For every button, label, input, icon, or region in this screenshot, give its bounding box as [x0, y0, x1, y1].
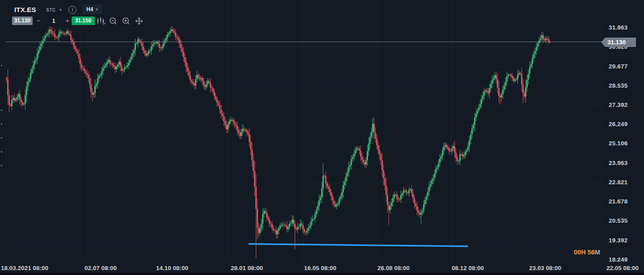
price-tick-label: 26.249: [609, 121, 628, 127]
time-tick-label: 22.05 08:00: [606, 265, 639, 271]
time-tick-label: 16.05 08:00: [304, 265, 336, 271]
time-tick-label: 14.10 08:00: [156, 265, 188, 271]
quantity-plus-button[interactable]: +: [64, 17, 71, 25]
price-tick-label: 22.821: [609, 179, 628, 186]
timeframe-label: H4: [86, 6, 93, 13]
support-trendline[interactable]: [249, 244, 467, 246]
left-edge-dot: [1, 137, 2, 139]
timer-suffix: M: [595, 249, 600, 256]
candles-layer: [6, 26, 551, 258]
price-tick-label: 18.249: [609, 256, 628, 263]
info-icon[interactable]: i: [68, 6, 76, 14]
grid-layer: [6, 0, 605, 263]
price-tick-label: 25.106: [609, 140, 628, 147]
price-tick-label: 29.677: [609, 63, 628, 70]
left-edge-dot: [1, 65, 2, 66]
quantity-input[interactable]: 1: [45, 17, 63, 25]
indicators-caret-down-icon[interactable]: ▾: [104, 22, 106, 25]
price-tick-label: 31.963: [609, 24, 628, 31]
trading-chart-window: ITX.ES STC ▾ i H4 ▾ 31.130 − 1 + 31.150 …: [0, 0, 644, 275]
time-tick-label: 23.03 08:00: [529, 265, 561, 271]
price-tick-label: 21.678: [609, 198, 628, 205]
left-edge-dot: [1, 123, 2, 125]
left-edge-dot: [1, 110, 2, 111]
pan-icon[interactable]: [134, 16, 144, 26]
zoom-in-icon[interactable]: [121, 16, 131, 26]
timeframe-selector[interactable]: H4 ▾: [82, 4, 102, 14]
current-price-tag: 31.130: [601, 38, 636, 47]
price-tick-label: 27.392: [609, 102, 628, 108]
timer-value: 00H 56: [574, 249, 595, 256]
timeframe-caret-down-icon: ▾: [96, 8, 98, 12]
price-tick-label: 20.535: [609, 217, 628, 224]
instrument-symbol[interactable]: ITX.ES: [14, 6, 36, 13]
instrument-caret-down-icon[interactable]: ▾: [59, 8, 62, 12]
time-tick-label: 28.01 08:00: [231, 265, 263, 271]
price-tick-label: 28.535: [609, 82, 628, 89]
price-tick-label: 23.963: [609, 160, 628, 166]
price-tick-label: 19.392: [609, 237, 628, 244]
time-tick-label: 02.07 08:00: [85, 265, 117, 271]
candle-countdown-timer: 00H 56M: [574, 249, 600, 256]
left-edge-dot: [1, 165, 2, 166]
left-edge-dot: [1, 151, 2, 152]
zoom-out-icon[interactable]: [108, 16, 118, 26]
market-code-label[interactable]: STC: [46, 8, 56, 13]
candlestick-chart[interactable]: [0, 0, 644, 275]
current-price-value: 31.130: [607, 39, 626, 46]
buy-price-button[interactable]: 31.150: [72, 17, 95, 25]
time-tick-label: 18.03.2021 08:00: [1, 265, 48, 271]
time-axis[interactable]: 18.03.2021 08:0002.07 08:0014.10 08:0028…: [0, 263, 644, 273]
time-tick-label: 26.08 08:00: [377, 265, 410, 271]
sell-price-button[interactable]: 31.130: [12, 17, 33, 25]
quantity-minus-button[interactable]: −: [35, 17, 42, 25]
bottom-scrollbar-strip: [0, 273, 644, 275]
time-tick-label: 08.12 08:00: [452, 265, 484, 271]
